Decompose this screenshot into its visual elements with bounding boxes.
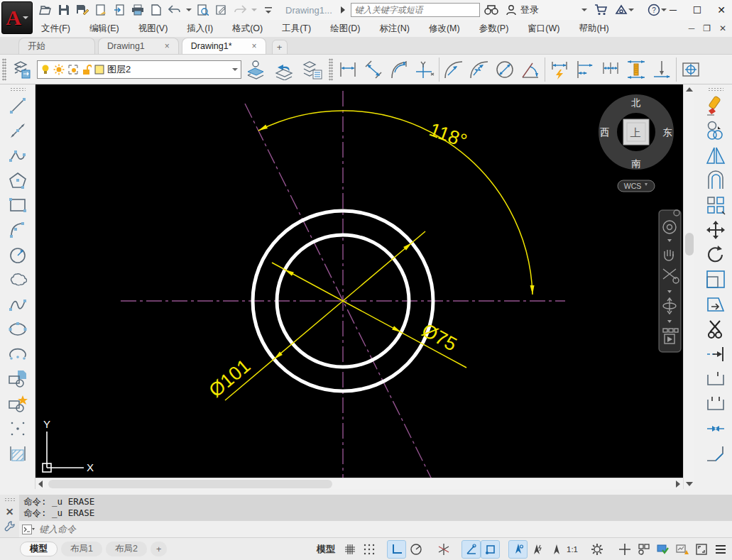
- close-button[interactable]: ✕: [715, 4, 728, 16]
- dim-angular-button[interactable]: [518, 56, 543, 83]
- menu-format[interactable]: 格式(O): [232, 23, 263, 35]
- model-space-background[interactable]: [35, 84, 683, 478]
- layer-select[interactable]: 图层2: [37, 60, 241, 79]
- scale-button[interactable]: [702, 267, 729, 292]
- dim-continue-button[interactable]: [598, 56, 623, 83]
- point-button[interactable]: [4, 416, 31, 441]
- tab-start[interactable]: 开始: [18, 38, 95, 54]
- revision-cloud-button[interactable]: [4, 267, 31, 292]
- extend-button[interactable]: [702, 341, 729, 366]
- customize-status-bar-button[interactable]: [711, 541, 729, 558]
- share-dropdown-caret[interactable]: [628, 9, 634, 11]
- menu-dimension[interactable]: 标注(N): [380, 23, 410, 35]
- menu-draw[interactable]: 绘图(D): [330, 23, 360, 35]
- dim-arc-length-button[interactable]: [386, 56, 412, 83]
- drawing-canvas[interactable]: 118° Ø101 Ø75 Y X 上: [35, 84, 683, 478]
- dim-aligned-button[interactable]: [361, 56, 386, 83]
- trim-button[interactable]: [702, 317, 729, 341]
- layer-previous-button[interactable]: [270, 56, 298, 83]
- maximize-button[interactable]: ☐: [691, 4, 704, 16]
- scroll-up-arrow[interactable]: [686, 87, 693, 92]
- rectangle-button[interactable]: [4, 192, 31, 217]
- tab-close-icon[interactable]: ×: [165, 41, 170, 51]
- layer-unlock-icon[interactable]: [82, 64, 92, 75]
- command-input[interactable]: [39, 524, 732, 534]
- doc-restore-button[interactable]: ❐: [703, 23, 711, 33]
- command-line-grip[interactable]: [4, 498, 16, 503]
- ellipse-button[interactable]: [4, 317, 31, 341]
- arc-button[interactable]: [4, 217, 31, 242]
- command-history[interactable]: 命令: _u ERASE 命令: _u ERASE: [19, 495, 732, 521]
- mirror-button[interactable]: [702, 143, 729, 168]
- batch-plot-button[interactable]: [94, 3, 108, 17]
- fullscreen-button[interactable]: [692, 541, 710, 558]
- dim-break-button[interactable]: [649, 56, 674, 83]
- open-button[interactable]: [38, 3, 53, 17]
- insert-block-button[interactable]: [4, 366, 31, 391]
- tab-drawing1[interactable]: Drawing1 ×: [98, 38, 179, 54]
- a360-share-button[interactable]: [614, 3, 628, 17]
- quick-dimension-button[interactable]: [547, 56, 572, 83]
- layer-vp-freeze-icon[interactable]: [67, 64, 79, 75]
- crosshair-button[interactable]: [616, 541, 633, 558]
- save-button[interactable]: [57, 3, 71, 17]
- copy-button[interactable]: [702, 118, 729, 143]
- command-prompt-icon[interactable]: [22, 525, 35, 534]
- model-space-button[interactable]: 模型: [312, 543, 339, 556]
- stretch-button[interactable]: [702, 292, 729, 317]
- export-button[interactable]: [112, 3, 126, 17]
- dim-diameter-button[interactable]: [492, 56, 518, 83]
- spline-button[interactable]: [4, 292, 31, 317]
- dim-jogged-button[interactable]: [466, 56, 492, 83]
- undo-dropdown-caret[interactable]: [186, 9, 192, 11]
- move-button[interactable]: [702, 217, 729, 242]
- minimize-button[interactable]: ─: [667, 4, 679, 16]
- horizontal-scrollbar[interactable]: [35, 478, 683, 489]
- draw-toolbar-grip[interactable]: [10, 87, 26, 92]
- ellipse-arc-button[interactable]: [4, 341, 31, 366]
- viewcube-top-label[interactable]: 上: [630, 126, 641, 138]
- dim-linear-button[interactable]: [335, 56, 361, 83]
- chevron-down-icon[interactable]: [232, 68, 238, 71]
- dim-spacing-button[interactable]: [623, 56, 649, 83]
- join-button[interactable]: [702, 416, 729, 441]
- menu-help[interactable]: 帮助(H): [579, 23, 608, 35]
- annotation-scale-value[interactable]: 1:1: [567, 545, 578, 554]
- menu-window[interactable]: 窗口(W): [528, 23, 559, 35]
- command-tools-wrench-icon[interactable]: [4, 520, 16, 532]
- object-snap-toggle[interactable]: [481, 541, 499, 558]
- app-store-button[interactable]: [594, 3, 608, 17]
- redo-button[interactable]: [233, 3, 247, 17]
- layout-tab-layout2[interactable]: 布局2: [106, 542, 147, 556]
- circle-button[interactable]: [4, 242, 31, 267]
- search-input[interactable]: [351, 3, 480, 17]
- scroll-right-arrow[interactable]: [676, 481, 680, 488]
- menu-insert[interactable]: 插入(I): [187, 23, 213, 35]
- scroll-left-arrow[interactable]: [38, 481, 43, 488]
- hardware-acceleration-button[interactable]: [654, 541, 672, 558]
- redo-dropdown-caret[interactable]: [251, 9, 257, 11]
- menu-tools[interactable]: 工具(T): [282, 23, 311, 35]
- signin-dropdown-caret[interactable]: [581, 9, 587, 11]
- sign-in-area[interactable]: 登录: [506, 4, 539, 16]
- plot-preview-button[interactable]: [196, 3, 210, 17]
- layer-properties-button[interactable]: [298, 56, 327, 83]
- print-button[interactable]: [131, 3, 145, 17]
- viewcube-south-label[interactable]: 南: [631, 158, 641, 169]
- hatch-button[interactable]: [4, 441, 31, 466]
- polygon-button[interactable]: [4, 168, 31, 192]
- layer-thaw-icon[interactable]: [53, 64, 65, 75]
- annotation-autoscale-toggle[interactable]: [528, 541, 546, 558]
- create-block-button[interactable]: [4, 391, 31, 416]
- dim-baseline-button[interactable]: [572, 56, 598, 83]
- annotation-visibility-toggle[interactable]: [509, 541, 527, 558]
- menu-file[interactable]: 文件(F): [41, 23, 70, 35]
- new-drawing-button[interactable]: [149, 3, 163, 17]
- layout-tab-layout1[interactable]: 布局1: [61, 542, 102, 556]
- save-as-button[interactable]: [75, 3, 89, 17]
- dimension-toolbar-grip[interactable]: [329, 58, 333, 81]
- menu-modify[interactable]: 修改(M): [429, 23, 460, 35]
- break-button[interactable]: [702, 391, 729, 416]
- undo-button[interactable]: [168, 3, 182, 17]
- application-menu-button[interactable]: A: [1, 1, 33, 34]
